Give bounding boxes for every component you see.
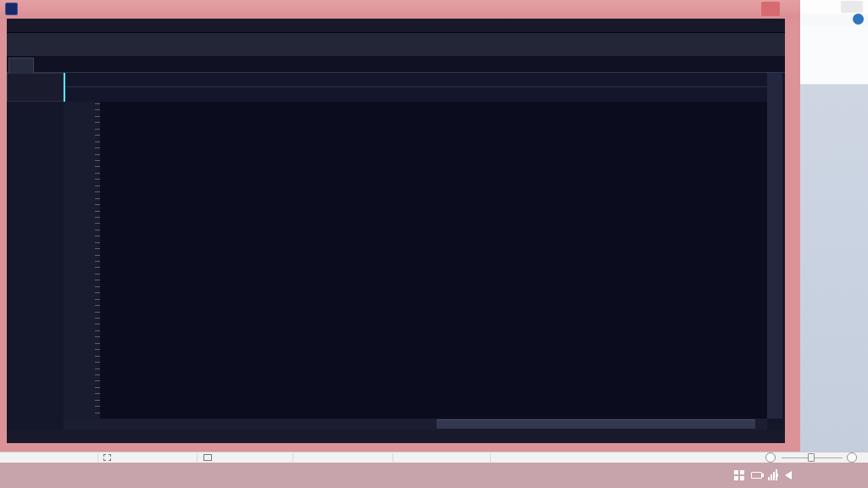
vertical-scrollbar[interactable]	[767, 73, 782, 419]
zoom-out-button[interactable]	[765, 452, 776, 463]
scroll-up-icon[interactable]	[767, 73, 782, 84]
minimize-button[interactable]	[717, 2, 736, 16]
paint-ribbon	[800, 26, 868, 85]
paint-canvas-area[interactable]	[800, 85, 868, 452]
time-ruler[interactable]	[64, 73, 767, 102]
paint-minimize-button[interactable]	[802, 1, 819, 13]
zoom-slider-thumb[interactable]	[808, 453, 815, 462]
toolbar	[7, 32, 785, 56]
titlebar[interactable]	[0, 0, 800, 19]
action-center-icon[interactable]	[734, 470, 744, 480]
close-button[interactable]	[761, 2, 780, 16]
desktop	[0, 0, 868, 488]
image-size-icon	[203, 454, 212, 461]
selection-size-icon	[103, 454, 111, 461]
channel-list	[7, 102, 64, 443]
playhead-marker[interactable]	[64, 73, 65, 102]
paint-statusbar	[0, 452, 868, 463]
help-icon[interactable]	[853, 14, 864, 25]
vocalshifter-window	[0, 0, 800, 452]
workspace	[7, 73, 785, 443]
taskbar	[0, 463, 868, 488]
paint-window[interactable]	[800, 0, 868, 452]
ruler-corner	[7, 73, 64, 102]
clock[interactable]	[826, 465, 865, 475]
scroll-left-icon[interactable]	[64, 419, 75, 430]
note-ruler[interactable]	[64, 102, 100, 419]
bottom-strip	[7, 430, 785, 443]
maximize-button[interactable]	[739, 2, 758, 16]
paint-maximize-button[interactable]	[821, 1, 837, 13]
power-icon[interactable]	[751, 472, 762, 479]
volume-icon[interactable]	[785, 471, 792, 480]
app-icon	[5, 3, 18, 15]
window-body	[7, 19, 785, 443]
scroll-right-icon[interactable]	[756, 419, 767, 430]
ruler-times-row	[64, 73, 767, 87]
zoom-in-button[interactable]	[847, 452, 857, 463]
tab-vocaroo-wav[interactable]	[8, 58, 34, 73]
horizontal-scrollbar[interactable]	[64, 419, 767, 430]
scroll-down-icon[interactable]	[767, 408, 782, 419]
horizontal-scroll-thumb[interactable]	[437, 419, 755, 429]
menubar	[7, 19, 785, 32]
pitch-plot[interactable]	[100, 102, 767, 419]
ruler-measures-row	[64, 87, 767, 102]
paint-close-button[interactable]	[841, 1, 863, 13]
tabbar	[7, 56, 785, 73]
